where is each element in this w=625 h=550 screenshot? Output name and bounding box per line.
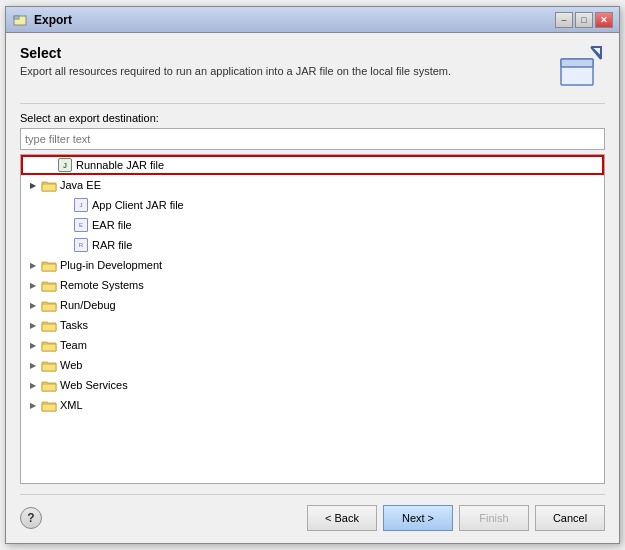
help-button[interactable]: ? <box>20 507 42 529</box>
svg-rect-3 <box>561 59 593 67</box>
tree-item-runnable-jar[interactable]: J Runnable JAR file <box>21 155 604 175</box>
expand-arrow-remote-systems: ▶ <box>27 279 39 291</box>
tree-item-label-web-services: Web Services <box>60 379 128 391</box>
page-title: Select <box>20 45 451 61</box>
tree-item-label-team: Team <box>60 339 87 351</box>
next-button[interactable]: Next > <box>383 505 453 531</box>
expand-arrow-rar <box>59 239 71 251</box>
finish-button[interactable]: Finish <box>459 505 529 531</box>
tree-item-rar[interactable]: R RAR file <box>21 235 604 255</box>
folder-icon-xml <box>41 397 57 413</box>
maximize-button[interactable]: □ <box>575 12 593 28</box>
tree-item-label-plugin-dev: Plug-in Development <box>60 259 162 271</box>
back-button[interactable]: < Back <box>307 505 377 531</box>
export-dialog: Export – □ ✕ Select Export all resources… <box>5 6 620 544</box>
folder-icon-run-debug <box>41 297 57 313</box>
expand-arrow-java-ee: ▶ <box>27 179 39 191</box>
header-description: Export all resources required to run an … <box>20 65 451 77</box>
folder-icon-team <box>41 337 57 353</box>
expand-arrow-run-debug: ▶ <box>27 299 39 311</box>
tree-item-label-ear: EAR file <box>92 219 132 231</box>
folder-icon-remote-systems <box>41 277 57 293</box>
expand-arrow-team: ▶ <box>27 339 39 351</box>
file-icon-rar: R <box>73 237 89 253</box>
expand-arrow-web: ▶ <box>27 359 39 371</box>
tree-item-web-services[interactable]: ▶ Web Services <box>21 375 604 395</box>
tree-container[interactable]: J Runnable JAR file ▶ Java EE <box>20 154 605 484</box>
tree-item-label-rar: RAR file <box>92 239 132 251</box>
title-bar: Export – □ ✕ <box>6 7 619 33</box>
header-icon <box>557 45 605 93</box>
tree-item-run-debug[interactable]: ▶ Run/Debug <box>21 295 604 315</box>
expand-arrow-tasks: ▶ <box>27 319 39 331</box>
folder-icon-plugin-dev <box>41 257 57 273</box>
cancel-button[interactable]: Cancel <box>535 505 605 531</box>
expand-arrow-plugin-dev: ▶ <box>27 259 39 271</box>
tree-item-label-remote-systems: Remote Systems <box>60 279 144 291</box>
tree-item-label-tasks: Tasks <box>60 319 88 331</box>
tree-item-java-ee[interactable]: ▶ Java EE <box>21 175 604 195</box>
file-icon-ear: E <box>73 217 89 233</box>
content-area: Select Export all resources required to … <box>6 33 619 543</box>
expand-arrow-xml: ▶ <box>27 399 39 411</box>
expand-arrow-web-services: ▶ <box>27 379 39 391</box>
title-bar-title: Export <box>34 13 555 27</box>
tree-item-label-run-debug: Run/Debug <box>60 299 116 311</box>
svg-line-6 <box>591 47 601 59</box>
tree-item-label-app-client: App Client JAR file <box>92 199 184 211</box>
jar-icon-runnable-jar: J <box>57 157 73 173</box>
tree-item-app-client[interactable]: J App Client JAR file <box>21 195 604 215</box>
folder-icon-web-services <box>41 377 57 393</box>
nav-buttons: < Back Next > Finish Cancel <box>307 505 605 531</box>
folder-icon-tasks <box>41 317 57 333</box>
close-button[interactable]: ✕ <box>595 12 613 28</box>
header-section: Select Export all resources required to … <box>20 45 605 104</box>
folder-icon-web <box>41 357 57 373</box>
header-left: Select Export all resources required to … <box>20 45 451 77</box>
button-bar: ? < Back Next > Finish Cancel <box>20 494 605 543</box>
minimize-button[interactable]: – <box>555 12 573 28</box>
tree-item-ear[interactable]: E EAR file <box>21 215 604 235</box>
tree-item-remote-systems[interactable]: ▶ Remote Systems <box>21 275 604 295</box>
tree-item-team[interactable]: ▶ Team <box>21 335 604 355</box>
expand-arrow-ear <box>59 219 71 231</box>
section-label: Select an export destination: <box>20 112 605 124</box>
tree-item-label-java-ee: Java EE <box>60 179 101 191</box>
filter-input[interactable] <box>20 128 605 150</box>
tree-item-plugin-dev[interactable]: ▶ Plug-in Development <box>21 255 604 275</box>
tree-item-tasks[interactable]: ▶ Tasks <box>21 315 604 335</box>
tree-item-label-web: Web <box>60 359 82 371</box>
file-icon-app-client: J <box>73 197 89 213</box>
tree-item-xml[interactable]: ▶ XML <box>21 395 604 415</box>
expand-arrow-app-client <box>59 199 71 211</box>
title-bar-icon <box>12 12 28 28</box>
expand-arrow-runnable-jar <box>43 159 55 171</box>
title-bar-controls: – □ ✕ <box>555 12 613 28</box>
svg-rect-1 <box>14 16 19 19</box>
tree-item-label-xml: XML <box>60 399 83 411</box>
folder-icon-java-ee <box>41 177 57 193</box>
tree-item-web[interactable]: ▶ Web <box>21 355 604 375</box>
tree-item-label-runnable-jar: Runnable JAR file <box>76 159 164 171</box>
